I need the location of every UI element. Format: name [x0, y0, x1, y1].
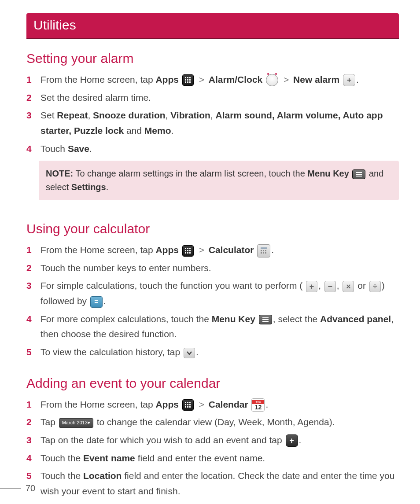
svg-rect-0 — [185, 77, 186, 78]
menu-key-icon — [259, 315, 272, 324]
text: Set — [41, 110, 57, 120]
minus-key-icon: − — [324, 281, 336, 292]
newalarm-label: New alarm — [293, 74, 339, 85]
svg-rect-39 — [189, 406, 191, 408]
calendar-icon: Thu12 — [251, 398, 265, 412]
note-prefix: NOTE: — [46, 169, 73, 178]
memo-label: Memo — [144, 125, 171, 136]
svg-rect-27 — [265, 252, 266, 254]
svg-rect-35 — [187, 404, 188, 405]
page-footer: 70 — [0, 483, 35, 493]
section-heading-calendar: Adding an event to your calendar — [26, 376, 399, 391]
svg-rect-6 — [185, 81, 186, 83]
calc-step-1: From the Home screen, tap Apps > Calcula… — [26, 243, 399, 258]
svg-rect-13 — [187, 248, 188, 249]
svg-rect-2 — [189, 77, 191, 78]
note-alarm: NOTE: To change alarm settings in the al… — [39, 161, 399, 200]
location-label: Location — [83, 471, 122, 481]
dropdown-caret-icon: ▾ — [88, 420, 90, 425]
svg-rect-23 — [263, 250, 264, 251]
calc-step-4: For more complex calculations, touch the… — [26, 312, 399, 342]
cal-step-3: Tap on the date for which you wish to ad… — [26, 433, 399, 448]
calculator-label: Calculator — [209, 245, 254, 255]
section-heading-calc: Using your calculator — [26, 221, 399, 236]
svg-rect-24 — [265, 250, 266, 251]
text: . — [106, 182, 109, 192]
apps-label: Apps — [155, 245, 179, 255]
svg-rect-5 — [189, 79, 191, 81]
section-heading-alarm: Setting your alarm — [26, 51, 399, 66]
alarmclock-label: Alarm/Clock — [209, 74, 263, 85]
month-dropdown-icon: March 2013 ▾ — [59, 418, 93, 428]
text: Tap — [41, 417, 58, 427]
text: , — [88, 110, 93, 120]
footer-line — [0, 488, 21, 489]
cal-step-5: Touch the Location field and enter the l… — [26, 468, 399, 499]
text: Touch the — [41, 471, 83, 481]
text: From the Home screen, tap — [41, 245, 155, 255]
event-name-label: Event name — [83, 453, 135, 463]
calendar-label: Calendar — [209, 399, 248, 409]
svg-rect-20 — [189, 252, 191, 254]
svg-rect-31 — [185, 402, 186, 403]
calc-step-2: Touch the number keys to enter numbers. — [26, 261, 399, 276]
svg-rect-36 — [189, 404, 191, 405]
apps-icon — [182, 245, 194, 257]
apps-label: Apps — [155, 74, 179, 85]
new-alarm-plus-icon: + — [343, 74, 355, 86]
history-chevron-icon — [184, 348, 195, 358]
separator: > — [197, 74, 209, 85]
alarm-step-4: Touch Save. — [26, 141, 399, 157]
repeat-label: Repeat — [57, 110, 88, 120]
text: From the Home screen, tap — [41, 399, 155, 409]
calculator-icon — [257, 244, 270, 258]
alarm-step-3: Set Repeat, Snooze duration, Vibration, … — [26, 108, 399, 138]
text: , select the — [273, 314, 320, 324]
cal-step-2: Tap March 2013 ▾ to change the calendar … — [26, 415, 399, 430]
separator: > — [197, 245, 209, 255]
advanced-panel-label: Advanced panel — [320, 314, 391, 324]
separator: > — [197, 399, 209, 409]
save-label: Save — [68, 143, 89, 154]
svg-rect-33 — [189, 402, 191, 403]
text: Touch — [41, 143, 68, 154]
menu-key-icon — [352, 169, 365, 179]
svg-rect-14 — [189, 248, 191, 249]
menukey-label: Menu Key — [212, 314, 255, 324]
text: , — [210, 110, 216, 120]
cal-step-1: From the Home screen, tap Apps > Calenda… — [26, 397, 399, 412]
calendar-icon-day: 12 — [255, 404, 262, 410]
equals-key-icon: = — [90, 296, 103, 308]
svg-rect-32 — [187, 402, 188, 403]
alarm-step-2: Set the desired alarm time. — [26, 90, 399, 106]
plus-key-icon: + — [306, 281, 317, 292]
text: Tap on the date for which you wish to ad… — [41, 435, 285, 445]
menukey-label: Menu Key — [307, 169, 349, 178]
alarm-step-1: From the Home screen, tap Apps > Alarm/C… — [26, 72, 399, 88]
steps-alarm: From the Home screen, tap Apps > Alarm/C… — [26, 72, 399, 156]
page-content: Utilities Setting your alarm From the Ho… — [0, 0, 420, 499]
svg-rect-34 — [185, 404, 186, 405]
text: , — [166, 110, 171, 120]
svg-rect-38 — [187, 406, 188, 408]
separator: > — [282, 74, 293, 85]
text: and — [124, 125, 144, 136]
multiply-key-icon: × — [343, 281, 354, 292]
svg-rect-7 — [187, 81, 188, 83]
month-dropdown-label: March 2013 — [62, 420, 88, 425]
svg-rect-17 — [189, 250, 191, 251]
svg-rect-3 — [185, 79, 186, 81]
alarm-clock-icon — [266, 74, 278, 86]
add-event-plus-icon: + — [286, 434, 298, 447]
apps-icon — [182, 399, 194, 411]
text: . — [196, 347, 199, 357]
text: . — [299, 435, 302, 445]
svg-rect-21 — [261, 247, 267, 249]
svg-rect-16 — [187, 250, 188, 251]
text: or — [355, 280, 368, 291]
svg-rect-12 — [185, 248, 186, 249]
svg-rect-18 — [185, 252, 186, 254]
chapter-title: Utilities — [26, 13, 399, 39]
steps-calendar: From the Home screen, tap Apps > Calenda… — [26, 397, 399, 499]
text: From the Home screen, tap — [41, 74, 155, 85]
